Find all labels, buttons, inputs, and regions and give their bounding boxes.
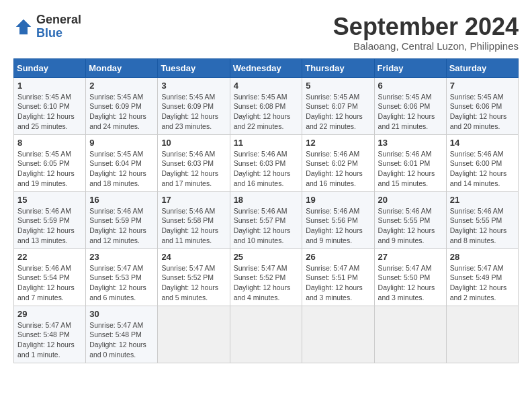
empty-cell bbox=[302, 306, 374, 363]
empty-cell bbox=[158, 306, 230, 363]
table-row: 24 Sunrise: 5:47 AMSunset: 5:52 PMDaylig… bbox=[158, 248, 230, 306]
week-row-4: 22 Sunrise: 5:46 AMSunset: 5:54 PMDaylig… bbox=[14, 248, 519, 306]
col-sunday: Sunday bbox=[14, 58, 86, 77]
empty-cell bbox=[230, 306, 302, 363]
logo: General Blue bbox=[13, 13, 81, 40]
logo-text: General Blue bbox=[36, 13, 81, 40]
calendar-header-row: Sunday Monday Tuesday Wednesday Thursday… bbox=[14, 58, 519, 77]
col-monday: Monday bbox=[86, 58, 158, 77]
table-row: 27 Sunrise: 5:47 AMSunset: 5:50 PMDaylig… bbox=[374, 248, 446, 306]
calendar-table: Sunday Monday Tuesday Wednesday Thursday… bbox=[13, 58, 519, 363]
table-row: 8 Sunrise: 5:45 AMSunset: 6:05 PMDayligh… bbox=[14, 134, 86, 191]
table-row: 26 Sunrise: 5:47 AMSunset: 5:51 PMDaylig… bbox=[302, 248, 374, 306]
table-row: 15 Sunrise: 5:46 AMSunset: 5:59 PMDaylig… bbox=[14, 191, 86, 248]
col-friday: Friday bbox=[374, 58, 446, 77]
table-row: 14 Sunrise: 5:46 AMSunset: 6:00 PMDaylig… bbox=[446, 134, 518, 191]
table-row: 12 Sunrise: 5:46 AMSunset: 6:02 PMDaylig… bbox=[302, 134, 374, 191]
col-thursday: Thursday bbox=[302, 58, 374, 77]
table-row: 29 Sunrise: 5:47 AMSunset: 5:48 PMDaylig… bbox=[14, 306, 86, 363]
month-title: September 2024 bbox=[333, 13, 519, 40]
week-row-5: 29 Sunrise: 5:47 AMSunset: 5:48 PMDaylig… bbox=[14, 306, 519, 363]
week-row-2: 8 Sunrise: 5:45 AMSunset: 6:05 PMDayligh… bbox=[14, 134, 519, 191]
table-row: 19 Sunrise: 5:46 AMSunset: 5:56 PMDaylig… bbox=[302, 191, 374, 248]
table-row: 9 Sunrise: 5:45 AMSunset: 6:04 PMDayligh… bbox=[86, 134, 158, 191]
week-row-1: 1 Sunrise: 5:45 AMSunset: 6:10 PMDayligh… bbox=[14, 77, 519, 134]
table-row: 6 Sunrise: 5:45 AMSunset: 6:06 PMDayligh… bbox=[374, 77, 446, 134]
empty-cell bbox=[374, 306, 446, 363]
table-row: 11 Sunrise: 5:46 AMSunset: 6:03 PMDaylig… bbox=[230, 134, 302, 191]
table-row: 10 Sunrise: 5:46 AMSunset: 6:03 PMDaylig… bbox=[158, 134, 230, 191]
col-tuesday: Tuesday bbox=[158, 58, 230, 77]
table-row: 1 Sunrise: 5:45 AMSunset: 6:10 PMDayligh… bbox=[14, 77, 86, 134]
page-header: General Blue September 2024 Balaoang, Ce… bbox=[13, 13, 519, 52]
col-saturday: Saturday bbox=[446, 58, 518, 77]
table-row: 2 Sunrise: 5:45 AMSunset: 6:09 PMDayligh… bbox=[86, 77, 158, 134]
table-row: 5 Sunrise: 5:45 AMSunset: 6:07 PMDayligh… bbox=[302, 77, 374, 134]
week-row-3: 15 Sunrise: 5:46 AMSunset: 5:59 PMDaylig… bbox=[14, 191, 519, 248]
table-row: 16 Sunrise: 5:46 AMSunset: 5:59 PMDaylig… bbox=[86, 191, 158, 248]
table-row: 7 Sunrise: 5:45 AMSunset: 6:06 PMDayligh… bbox=[446, 77, 518, 134]
location-title: Balaoang, Central Luzon, Philippines bbox=[333, 40, 519, 52]
col-wednesday: Wednesday bbox=[230, 58, 302, 77]
table-row: 20 Sunrise: 5:46 AMSunset: 5:55 PMDaylig… bbox=[374, 191, 446, 248]
logo-icon bbox=[13, 17, 34, 37]
table-row: 17 Sunrise: 5:46 AMSunset: 5:58 PMDaylig… bbox=[158, 191, 230, 248]
svg-marker-0 bbox=[16, 19, 32, 35]
table-row: 22 Sunrise: 5:46 AMSunset: 5:54 PMDaylig… bbox=[14, 248, 86, 306]
table-row: 13 Sunrise: 5:46 AMSunset: 6:01 PMDaylig… bbox=[374, 134, 446, 191]
table-row: 25 Sunrise: 5:47 AMSunset: 5:52 PMDaylig… bbox=[230, 248, 302, 306]
table-row: 30 Sunrise: 5:47 AMSunset: 5:48 PMDaylig… bbox=[86, 306, 158, 363]
table-row: 3 Sunrise: 5:45 AMSunset: 6:09 PMDayligh… bbox=[158, 77, 230, 134]
table-row: 28 Sunrise: 5:47 AMSunset: 5:49 PMDaylig… bbox=[446, 248, 518, 306]
table-row: 18 Sunrise: 5:46 AMSunset: 5:57 PMDaylig… bbox=[230, 191, 302, 248]
empty-cell bbox=[446, 306, 518, 363]
table-row: 21 Sunrise: 5:46 AMSunset: 5:55 PMDaylig… bbox=[446, 191, 518, 248]
table-row: 4 Sunrise: 5:45 AMSunset: 6:08 PMDayligh… bbox=[230, 77, 302, 134]
title-block: September 2024 Balaoang, Central Luzon, … bbox=[333, 13, 519, 52]
table-row: 23 Sunrise: 5:47 AMSunset: 5:53 PMDaylig… bbox=[86, 248, 158, 306]
